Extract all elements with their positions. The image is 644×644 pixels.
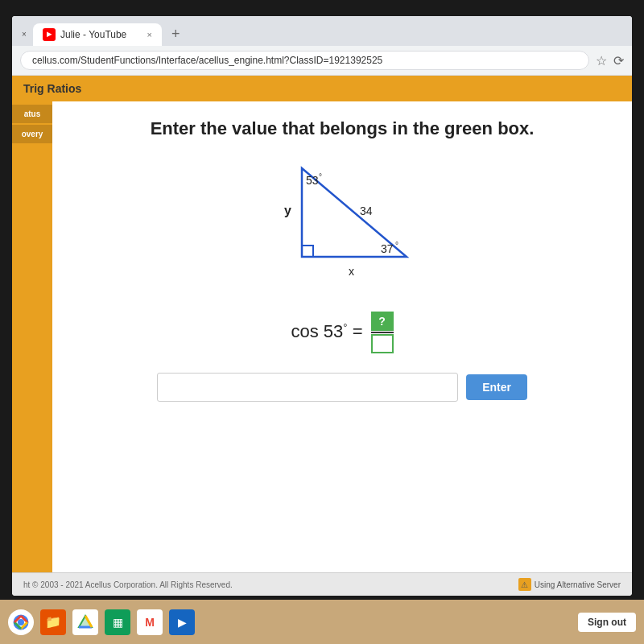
tab-close-icon[interactable]: × xyxy=(147,30,152,39)
tab-bar: × ▶ Julie - YouTube × + xyxy=(12,16,632,46)
fraction-line xyxy=(371,332,394,333)
svg-point-10 xyxy=(18,619,24,625)
url-text: cellus.com/StudentFunctions/Interface/ac… xyxy=(32,55,382,66)
question-title: Enter the value that belongs in the gree… xyxy=(151,118,535,141)
drive-icon[interactable] xyxy=(72,609,98,635)
taskbar-icons: 📁 ▦ M ▶ xyxy=(8,609,195,635)
svg-text:°: ° xyxy=(319,172,322,181)
content-area: Enter the value that belongs in the gree… xyxy=(52,101,632,572)
equation-prefix: cos 53° = xyxy=(291,321,363,342)
sidebar: atus overy xyxy=(12,101,52,572)
svg-text:53: 53 xyxy=(306,174,319,187)
sheets-icon[interactable]: ▦ xyxy=(105,609,130,635)
warning-badge: ⚠ Using Alternative Server xyxy=(518,578,621,591)
triangle-diagram: y 53 ° 34 37 ° x xyxy=(254,160,431,289)
files-icon[interactable]: 📁 xyxy=(40,609,66,635)
refresh-icon[interactable]: ⟳ xyxy=(613,53,624,68)
browser-chrome: × ▶ Julie - YouTube × + cellus.com/Stude… xyxy=(12,16,632,76)
fraction-denominator xyxy=(371,334,394,353)
browser-icons: ☆ ⟳ xyxy=(596,53,624,68)
triangle-svg: y 53 ° 34 37 ° x xyxy=(254,160,431,289)
taskbar: 📁 ▦ M ▶ Sign out xyxy=(0,600,644,644)
svg-text:x: x xyxy=(349,265,354,278)
window-close-button[interactable]: × xyxy=(19,29,30,40)
svg-rect-1 xyxy=(302,246,313,257)
new-tab-button[interactable]: + xyxy=(165,23,187,46)
youtube-favicon: ▶ xyxy=(43,28,56,41)
enter-button[interactable]: Enter xyxy=(466,374,527,400)
main-area: atus overy Enter the value that belongs … xyxy=(12,101,632,572)
input-row: Enter xyxy=(157,373,527,402)
answer-input[interactable] xyxy=(157,373,458,402)
tab-title: Julie - YouTube xyxy=(60,29,126,40)
fraction-numerator: ? xyxy=(371,312,394,331)
copyright-text: ht © 2003 - 2021 Acellus Corporation. Al… xyxy=(23,580,233,589)
top-bar-label: Trig Ratios xyxy=(23,82,81,95)
chrome-icon[interactable] xyxy=(8,609,34,635)
slides-icon[interactable]: ▶ xyxy=(169,609,195,635)
address-bar-row: cellus.com/StudentFunctions/Interface/ac… xyxy=(12,46,632,75)
svg-text:°: ° xyxy=(395,241,398,250)
warning-label: Using Alternative Server xyxy=(535,580,621,589)
gmail-icon[interactable]: M xyxy=(137,609,163,635)
svg-text:37: 37 xyxy=(381,242,394,255)
sidebar-item-status[interactable]: atus xyxy=(12,105,52,123)
active-tab[interactable]: ▶ Julie - YouTube × xyxy=(33,23,162,46)
sidebar-item-discovery[interactable]: overy xyxy=(12,125,52,143)
warning-icon: ⚠ xyxy=(518,578,531,591)
svg-text:y: y xyxy=(284,204,291,217)
app-content: Trig Ratios atus overy Enter the value t… xyxy=(12,76,632,596)
address-bar[interactable]: cellus.com/StudentFunctions/Interface/ac… xyxy=(20,51,589,70)
footer: ht © 2003 - 2021 Acellus Corporation. Al… xyxy=(12,572,632,596)
equation-area: cos 53° = ? xyxy=(291,312,394,353)
fraction-display: ? xyxy=(371,312,394,353)
star-icon[interactable]: ☆ xyxy=(596,53,607,68)
top-bar: Trig Ratios xyxy=(12,76,632,101)
sign-out-button[interactable]: Sign out xyxy=(578,613,636,632)
browser-window: × ▶ Julie - YouTube × + cellus.com/Stude… xyxy=(12,16,632,596)
svg-text:34: 34 xyxy=(360,204,373,217)
